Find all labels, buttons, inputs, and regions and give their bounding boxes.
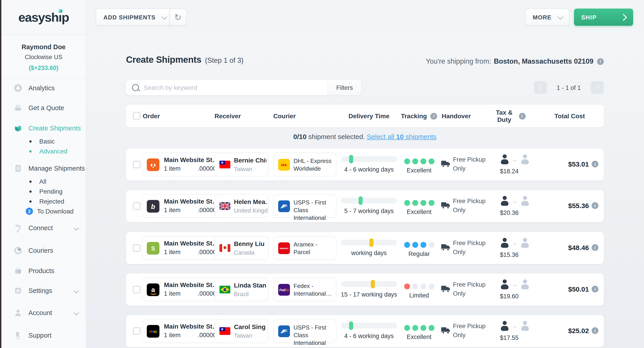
sender-icon	[500, 279, 509, 289]
courier-name: DHL - Express Worldwide	[294, 157, 333, 172]
refresh-icon: ↻	[174, 12, 182, 22]
refresh-button[interactable]: ↻	[169, 8, 186, 26]
row-checkbox[interactable]	[133, 161, 140, 168]
delivery-time-bar	[341, 323, 397, 329]
courier-card[interactable]: USPS - First Class International	[273, 194, 336, 218]
prev-page-button[interactable]	[534, 81, 547, 94]
select-all-checkbox[interactable]	[133, 112, 140, 120]
next-page-button[interactable]	[591, 81, 604, 94]
sidebar-item-to-download[interactable]: 2 To Download	[1, 206, 86, 216]
delivery-time-marker	[370, 238, 374, 247]
sidebar-item-basic[interactable]: Basic	[1, 136, 86, 146]
ship-button[interactable]: SHIP	[574, 8, 633, 26]
selection-summary: 0/10 shipment selected. Select all 10 sh…	[126, 133, 604, 140]
info-icon[interactable]: i	[592, 161, 598, 167]
info-icon[interactable]: i	[430, 113, 438, 119]
filters-button[interactable]: Filters	[328, 80, 361, 95]
main-content: Create Shipments (Step 1 of 3) You're sh…	[86, 35, 644, 348]
col-receiver: Receiver	[214, 105, 241, 127]
info-icon[interactable]: i	[592, 244, 598, 251]
receiver-card[interactable]: Benny Liu Canada	[214, 236, 269, 260]
delivery-time-bar	[341, 240, 397, 246]
courier-card[interactable]: USPS - First Class International	[273, 319, 336, 343]
aramex-logo-icon: aramex	[278, 242, 290, 254]
shopify-icon: S	[147, 242, 160, 255]
page-title: Create Shipments	[126, 55, 202, 65]
row-checkbox[interactable]	[133, 327, 140, 335]
sidebar-item-account[interactable]: Account	[1, 305, 86, 321]
total-cost: $55.36	[546, 202, 589, 209]
page-range: 1 - 1 of 1	[556, 84, 581, 91]
sidebar-item-get-a-quote[interactable]: Get a Quote	[1, 100, 86, 116]
courier-card[interactable]: DHL DHL - Express Worldwide	[273, 153, 336, 176]
more-button[interactable]: MORE	[525, 8, 570, 26]
sidebar-item-advanced[interactable]: Advanced	[1, 146, 86, 156]
amazon-icon: a	[147, 284, 160, 296]
info-icon[interactable]: i	[592, 327, 598, 334]
rating-dot-filled	[404, 325, 410, 331]
info-icon[interactable]: i	[597, 58, 604, 65]
easyship-logo: easyshıp	[18, 10, 69, 24]
sidebar-item-all[interactable]: All	[1, 176, 86, 186]
info-icon[interactable]: i	[592, 286, 598, 293]
total-cost: $53.01	[546, 160, 589, 168]
user-block[interactable]: Raymond Doe Clockwise US ($+233.60)	[1, 35, 86, 79]
receiver-icon	[520, 196, 529, 206]
couriers-icon	[13, 246, 23, 255]
courier-card[interactable]: aramex Aramex - Parcel	[273, 236, 336, 260]
bullet-icon	[29, 200, 32, 202]
sidebar-item-analytics[interactable]: Analytics	[1, 80, 86, 96]
info-icon[interactable]: i	[519, 113, 526, 119]
chevron-right-icon	[620, 13, 627, 20]
receiver-card[interactable]: Linda Stan Brazil	[214, 278, 269, 302]
logo-block[interactable]: easyshıp	[1, 0, 86, 35]
connect-icon	[13, 223, 23, 232]
search-input[interactable]	[139, 84, 328, 91]
rating-dot-filled	[420, 200, 426, 206]
receiver-icon	[520, 279, 529, 289]
row-checkbox[interactable]	[133, 244, 140, 252]
shipping-from-address: Boston, Massachusetts 02109	[494, 57, 594, 65]
sidebar-item-support[interactable]: Support	[1, 327, 86, 344]
col-handover: Handover	[442, 105, 471, 127]
sidebar-item-rejected[interactable]: Rejected	[1, 196, 86, 206]
rating-dot-filled	[404, 284, 410, 289]
row-checkbox[interactable]	[133, 286, 140, 293]
shipment-row: a Main Website St… 1 item.0000002 Linda …	[126, 274, 604, 306]
select-all-link[interactable]: Select all 10 shipments	[367, 133, 436, 140]
support-icon	[13, 331, 23, 340]
sidebar-item-connect[interactable]: Connect	[1, 220, 86, 236]
receiver-card[interactable]: Carol Sing Taiwan	[214, 319, 269, 343]
sidebar-item-manage-shipments[interactable]: Manage Shipments	[1, 160, 86, 176]
receiver-card[interactable]: Bernie Chiu Taiwan	[214, 153, 269, 176]
top-bar: ADD SHIPMENTS ↻ MORE SHIP	[86, 0, 644, 35]
row-checkbox[interactable]	[133, 202, 140, 210]
sender-icon	[500, 321, 509, 331]
tax-duty-payer-icons: →	[500, 238, 529, 248]
add-shipments-button[interactable]: ADD SHIPMENTS	[96, 8, 174, 26]
tax-duty-amount: $19.60	[500, 293, 536, 300]
sidebar-item-pending[interactable]: Pending	[1, 186, 86, 196]
delivery-time-marker	[349, 155, 353, 163]
courier-card[interactable]: FedEx Fedex - International…	[273, 278, 336, 302]
tax-duty-amount: $17.55	[500, 335, 536, 341]
courier-name: USPS - First Class International	[294, 324, 333, 347]
col-courier: Courier	[273, 105, 296, 127]
receiver-card[interactable]: Helen Mea.. United Kingdom	[214, 194, 269, 218]
truck-icon	[441, 326, 451, 336]
logo-cube-icon	[58, 8, 62, 13]
handover-label: Free Pickup Only	[453, 322, 487, 340]
tracking-rating-label: Limited	[392, 292, 446, 299]
info-icon[interactable]: i	[592, 202, 598, 209]
sidebar-item-products[interactable]: Products	[1, 263, 86, 279]
sidebar-item-couriers[interactable]: Couriers	[1, 242, 86, 259]
receiver-icon	[520, 321, 529, 331]
total-cost: $25.02	[546, 327, 589, 335]
sidebar-item-create-shipments[interactable]: Create Shipments	[1, 120, 86, 136]
magento-icon: ◆	[147, 158, 160, 171]
rating-dot-empty	[428, 242, 434, 248]
col-tax-duty: Tax & Dutyi	[490, 105, 529, 127]
tracking-rating-dots	[404, 325, 434, 331]
tracking-rating-dots	[404, 200, 434, 206]
sidebar-item-settings[interactable]: Settings	[1, 283, 86, 299]
